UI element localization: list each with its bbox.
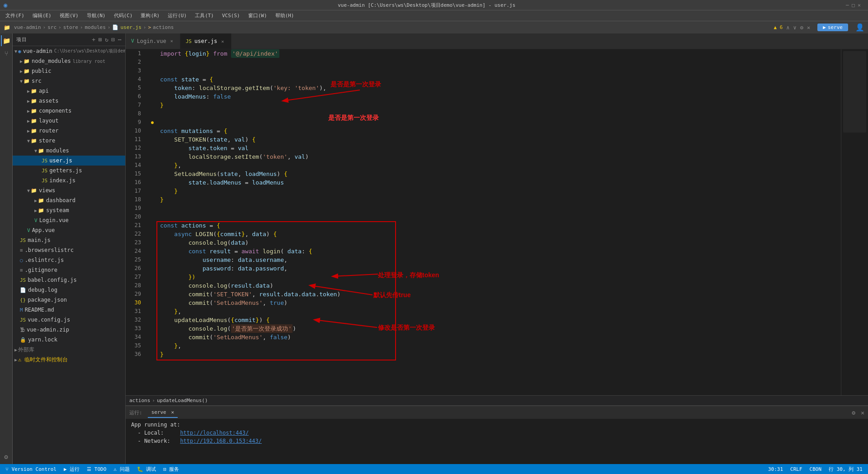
tree-debug-log[interactable]: 📄 debug.log: [13, 285, 125, 295]
run-status[interactable]: ▶ 运行: [62, 466, 81, 473]
panel-tab-serve[interactable]: serve ✕: [148, 408, 178, 418]
tree-systeam[interactable]: ▶ 📁 systeam: [13, 205, 125, 215]
refresh-icon[interactable]: ↻: [105, 36, 108, 43]
close-panel-icon[interactable]: ✕: [807, 24, 810, 31]
tree-router[interactable]: ▶ 📁 router: [13, 126, 125, 136]
tree-external-libs[interactable]: ▶ 外部库: [13, 345, 125, 355]
code-line-20: [160, 213, 841, 221]
tree-user-js[interactable]: JS user.js: [13, 156, 125, 166]
services-btn[interactable]: ⊡ 服务: [161, 466, 181, 473]
tree-package-json[interactable]: {} package.json: [13, 295, 125, 305]
tree-components[interactable]: ▶ 📁 components: [13, 106, 125, 116]
serve-tab-close[interactable]: ✕: [171, 409, 174, 415]
menu-window[interactable]: 窗口(W): [245, 11, 271, 20]
tree-login-vue[interactable]: V Login.vue: [13, 215, 125, 225]
tree-api[interactable]: ▶ 📁 api: [13, 86, 125, 96]
settings-activity-icon[interactable]: ⚙: [1, 451, 12, 462]
problems-btn[interactable]: ⚠ 问题: [112, 466, 131, 473]
code-content[interactable]: import {login} from '@/api/index' const …: [156, 49, 841, 395]
new-folder-icon[interactable]: ⊞: [99, 36, 102, 43]
menu-navigate[interactable]: 导航(N): [83, 11, 109, 20]
menu-refactor[interactable]: 重构(R): [137, 11, 163, 20]
git-icon[interactable]: ⑂: [1, 48, 12, 59]
menu-edit[interactable]: 编辑(E): [29, 11, 55, 20]
tree-root[interactable]: ▼ ◉ vue-admin C:\Users\ws\Desktop\项目demo: [13, 46, 125, 56]
code-line-13: localStorage.setItem('token', val): [160, 152, 841, 161]
tree-src[interactable]: ▼ 📁 src: [13, 76, 125, 86]
gutter-breakpoint-l25: [148, 75, 156, 84]
tree-yarn-lock[interactable]: 🔒 yarn.lock: [13, 335, 125, 345]
tree-layout[interactable]: ▶ 📁 layout: [13, 116, 125, 126]
warning-indicator[interactable]: ▲ 6: [774, 24, 783, 30]
tree-readme[interactable]: M README.md: [13, 305, 125, 315]
menu-code[interactable]: 代码(C): [110, 11, 137, 20]
browserslistrc-icon: ≡: [20, 247, 23, 253]
tree-store[interactable]: ▼ 📁 store: [13, 136, 125, 146]
tree-getters-js[interactable]: JS getters.js: [13, 166, 125, 175]
indent[interactable]: 行 30, 列 31: [827, 466, 864, 473]
tree-modules[interactable]: ▼ 📁 modules: [13, 146, 125, 156]
gutter-breakpoint-l29: [148, 109, 156, 118]
code-line-34: commit('SetLoadMenus', false): [160, 333, 841, 341]
app-logo: ◉: [4, 1, 7, 9]
network-link[interactable]: http://192.168.0.153:443/: [180, 438, 262, 444]
serve-button[interactable]: ▶ serve: [817, 24, 848, 31]
settings-icon[interactable]: ⚙: [800, 24, 803, 31]
main-layout: 📁 ⑂ ⚙ 项目 + ⊞ ↻ ⊟ ⋯ ▼ ◉ vue-admin C:\User…: [0, 33, 868, 464]
terminal-content: App running at: - Local: http://localhos…: [126, 419, 868, 464]
line-col[interactable]: 30:31: [766, 466, 785, 472]
modules-folder-icon: 📁: [38, 148, 44, 154]
collapse-all-icon[interactable]: ⊟: [111, 36, 115, 43]
tree-index-js[interactable]: JS index.js: [13, 175, 125, 185]
code-line-31: },: [160, 307, 841, 316]
explorer-icon[interactable]: 📁: [1, 35, 12, 46]
menu-help[interactable]: 帮助(H): [272, 11, 298, 20]
code-line-6: loadMenus: false: [160, 92, 841, 101]
new-file-icon[interactable]: +: [92, 36, 95, 43]
debug-btn[interactable]: 🐛 调试: [135, 466, 158, 473]
breadcrumb-update-load-menus[interactable]: updateLoadMenus(): [157, 398, 208, 403]
gutter: ●: [148, 49, 156, 395]
menu-view[interactable]: 视图(V): [56, 11, 82, 20]
debug-log-icon: 📄: [20, 287, 26, 293]
tree-gitignore[interactable]: ≡ .gitignore: [13, 265, 125, 275]
tree-views[interactable]: ▼ 📁 views: [13, 185, 125, 195]
tab-user-js-close[interactable]: ✕: [220, 38, 226, 44]
main-js-icon: JS: [20, 237, 26, 243]
store-folder-icon: 📁: [31, 138, 37, 144]
todo-btn[interactable]: ☰ TODO: [85, 466, 108, 472]
terminal-close-icon[interactable]: ✕: [861, 409, 864, 416]
tree-assets[interactable]: ▶ 📁 assets: [13, 96, 125, 106]
vcs-label: Version Control: [12, 466, 57, 472]
breadcrumb-actions[interactable]: actions: [129, 398, 150, 403]
line-ending[interactable]: CRLF: [788, 466, 804, 472]
code-line-32: updateLoadMenus({commit}) {: [160, 316, 841, 324]
dots-icon[interactable]: ⋯: [118, 36, 122, 43]
tree-app-vue[interactable]: V App.vue: [13, 225, 125, 235]
tree-vue-config[interactable]: JS vue.config.js: [13, 315, 125, 325]
vcs-status[interactable]: ⑂ Version Control: [4, 466, 58, 472]
tab-login-vue-close[interactable]: ✕: [169, 38, 175, 44]
tree-babel-config[interactable]: JS babel.config.js: [13, 275, 125, 285]
tree-eslintrc[interactable]: ○ .eslintrc.js: [13, 255, 125, 265]
tree-dashboard[interactable]: ▶ 📁 dashboard: [13, 195, 125, 205]
expand-icon[interactable]: ∧: [786, 24, 789, 31]
minimap[interactable]: [841, 49, 868, 395]
terminal-settings-icon[interactable]: ⚙: [852, 409, 855, 416]
menu-run[interactable]: 运行(U): [164, 11, 190, 20]
menu-tools[interactable]: 工具(T): [191, 11, 217, 20]
serve-label: serve: [828, 24, 843, 30]
tree-main-js[interactable]: JS main.js: [13, 235, 125, 245]
tree-scratches[interactable]: ▶ ⚠ 临时文件和控制台: [13, 355, 125, 365]
tree-browserslistrc[interactable]: ≡ .browserslistrc: [13, 245, 125, 255]
local-link[interactable]: http://localhost:443/: [180, 430, 249, 436]
encoding[interactable]: CBON: [808, 466, 824, 472]
tab-login-vue[interactable]: V Login.vue ✕: [126, 33, 180, 49]
menu-vcs[interactable]: VCS(S): [218, 12, 244, 19]
collapse-icon[interactable]: ∨: [793, 24, 797, 31]
menu-file[interactable]: 文件(F): [2, 11, 28, 20]
tree-node-modules[interactable]: ▶ 📁 node_modules library root: [13, 56, 125, 66]
tree-public[interactable]: ▶ 📁 public: [13, 66, 125, 76]
tab-user-js[interactable]: JS user.js ✕: [180, 33, 231, 49]
tree-zip[interactable]: 🗜 vue-admin.zip: [13, 325, 125, 335]
